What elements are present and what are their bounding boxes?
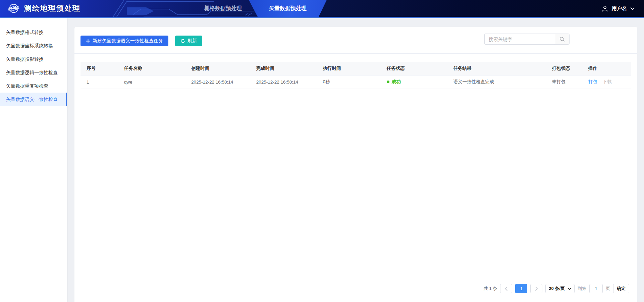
toolbar-buttons: 新建矢量数据语义一致性检查任务 刷新 (80, 36, 202, 46)
next-page-button[interactable] (530, 284, 542, 293)
download-action-link: 下载 (603, 79, 612, 84)
search-input[interactable] (484, 34, 555, 45)
tab-vector-preprocessing[interactable]: 矢量数据预处理 (249, 0, 327, 17)
pagination-total: 共 1 条 (484, 286, 497, 292)
plus-icon (86, 39, 90, 43)
sidebar-item-logical-consistency-check[interactable]: 矢量数据逻辑一致性检查 (0, 66, 67, 79)
search-box (484, 34, 570, 45)
package-action-link[interactable]: 打包 (588, 79, 597, 84)
goto-confirm-button[interactable]: 确定 (613, 284, 629, 293)
pagination: 共 1 条 1 20 条/页 到第 页 确定 (484, 284, 629, 293)
col-status: 任务状态 (381, 62, 447, 75)
col-task-name: 任务名称 (118, 62, 185, 75)
chevron-right-icon (535, 287, 538, 291)
app-logo-icon (7, 2, 20, 15)
user-name: 用户名 (612, 5, 627, 12)
app-title: 测绘地理预处理 (24, 3, 80, 13)
search-icon (559, 37, 565, 42)
cell-duration: 0秒 (317, 75, 380, 89)
col-created-at: 创建时间 (185, 62, 250, 75)
col-finished-at: 完成时间 (250, 62, 317, 75)
task-table-wrap: 序号 任务名称 创建时间 完成时间 执行时间 任务状态 任务结果 打包状态 操作… (74, 54, 637, 89)
user-icon (601, 5, 608, 12)
page-size-select[interactable]: 20 条/页 (545, 284, 575, 293)
brand: 测绘地理预处理 (7, 0, 80, 17)
col-result: 任务结果 (447, 62, 546, 75)
cell-created-at: 2025-12-22 16:58:14 (185, 75, 250, 89)
cell-index: 1 (80, 75, 118, 89)
cell-task-name: qwe (118, 75, 185, 89)
search-button[interactable] (555, 34, 570, 45)
refresh-icon (180, 39, 185, 43)
prev-page-button[interactable] (500, 284, 512, 293)
select-caret-icon (568, 288, 571, 290)
sidebar-item-duplicate-check[interactable]: 矢量数据重复项检查 (0, 79, 67, 93)
sidebar-item-projection-conversion[interactable]: 矢量数据投影转换 (0, 52, 67, 66)
cell-result: 语义一致性检查完成 (447, 75, 546, 89)
goto-page-input[interactable] (589, 284, 603, 293)
cell-status: 成功 (381, 75, 447, 89)
sidebar-item-semantic-consistency-check[interactable]: 矢量数据语义一致性检查 (0, 93, 67, 106)
page-size-label: 20 条/页 (549, 286, 565, 292)
cell-finished-at: 2025-12-22 16:58:14 (250, 75, 317, 89)
task-table: 序号 任务名称 创建时间 完成时间 执行时间 任务状态 任务结果 打包状态 操作… (80, 62, 631, 89)
col-index: 序号 (80, 62, 118, 75)
sidebar-item-format-conversion[interactable]: 矢量数据格式转换 (0, 26, 67, 39)
sidebar-item-coordinate-system-conversion[interactable]: 矢量数据坐标系统转换 (0, 39, 67, 52)
goto-prefix-label: 到第 (578, 286, 586, 292)
status-dot-icon (387, 81, 389, 83)
cell-actions: 打包 下载 (582, 75, 631, 89)
user-menu[interactable]: 用户名 (601, 0, 635, 17)
toolbar: 新建矢量数据语义一致性检查任务 刷新 (74, 27, 637, 54)
new-task-button-label: 新建矢量数据语义一致性检查任务 (93, 38, 163, 44)
refresh-button-label: 刷新 (187, 38, 197, 44)
table-row: 1 qwe 2025-12-22 16:58:14 2025-12-22 16:… (80, 75, 631, 89)
goto-suffix-label: 页 (606, 286, 610, 292)
cell-package-status: 未打包 (546, 75, 582, 89)
content-card: 新建矢量数据语义一致性检查任务 刷新 (74, 27, 637, 302)
sidebar-nav: 矢量数据格式转换 矢量数据坐标系统转换 矢量数据投影转换 矢量数据逻辑一致性检查… (0, 18, 67, 302)
app-header: 测绘地理预处理 栅格数据预处理 矢量数据预处理 用户名 (0, 0, 644, 18)
tab-raster-preprocessing[interactable]: 栅格数据预处理 (193, 0, 253, 17)
current-page-button[interactable]: 1 (515, 284, 527, 293)
col-duration: 执行时间 (317, 62, 380, 75)
table-header-row: 序号 任务名称 创建时间 完成时间 执行时间 任务状态 任务结果 打包状态 操作 (80, 62, 631, 75)
chevron-left-icon (505, 287, 508, 291)
status-text: 成功 (392, 79, 401, 85)
chevron-down-icon (630, 7, 635, 10)
col-package-status: 打包状态 (546, 62, 582, 75)
refresh-button[interactable]: 刷新 (175, 36, 202, 46)
col-actions: 操作 (582, 62, 631, 75)
new-task-button[interactable]: 新建矢量数据语义一致性检查任务 (80, 36, 168, 46)
